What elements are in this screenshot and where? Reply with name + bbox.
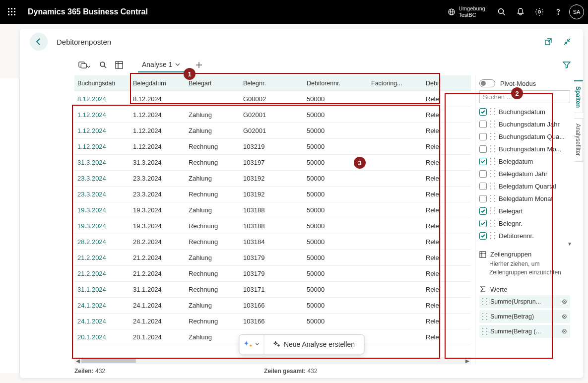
drag-handle-icon[interactable]: [482, 298, 487, 305]
col-header[interactable]: Buchungsdatı: [74, 80, 130, 87]
pivot-mode-toggle[interactable]: [479, 79, 495, 87]
table-cell[interactable]: 1.12.2024: [74, 111, 130, 119]
scrollbar-thumb[interactable]: [81, 358, 136, 363]
table-cell[interactable]: 1.12.2024: [74, 127, 130, 134]
checkbox[interactable]: [479, 158, 487, 165]
analysis-tab[interactable]: Analyse 1: [138, 58, 184, 72]
filter-icon[interactable]: [562, 59, 574, 71]
table-cell[interactable]: 28.2.2024: [74, 238, 130, 246]
table-cell[interactable]: 19.3.2024: [74, 206, 130, 214]
table-row[interactable]: 24.1.202424.1.2024Rechnung10316650000Rel…: [74, 314, 471, 329]
drag-handle-icon[interactable]: [490, 133, 495, 140]
checkbox[interactable]: [479, 207, 487, 215]
col-header[interactable]: Belegart: [186, 80, 240, 87]
column-field-toggle[interactable]: Debitorennr.: [479, 230, 570, 241]
drag-handle-icon[interactable]: [490, 220, 495, 227]
table-row[interactable]: 31.1.202431.1.2024Rechnung10317150000Rel…: [74, 282, 471, 298]
value-chip[interactable]: Summe(Betrag (...⊗: [479, 325, 570, 338]
drag-handle-icon[interactable]: [490, 232, 495, 239]
table-row[interactable]: 31.3.202431.3.2024Rechnung10319750000Rel…: [74, 155, 471, 171]
table-row[interactable]: 23.3.202423.3.2024Rechnung10319250000Rel…: [74, 187, 471, 202]
table-cell[interactable]: 31.1.2024: [74, 286, 130, 293]
column-field-toggle[interactable]: Buchungsdatum Jahr: [479, 119, 570, 129]
table-cell[interactable]: 21.2.2024: [74, 270, 130, 277]
col-header[interactable]: Belegdatum: [130, 80, 186, 87]
remove-chip-button[interactable]: ⊗: [562, 327, 567, 335]
table-cell[interactable]: 23.3.2024: [74, 175, 130, 182]
back-button[interactable]: [30, 33, 48, 51]
table-row[interactable]: 1.12.20241.12.2024ZahlungG0200150000Rele: [74, 107, 471, 123]
remove-chip-button[interactable]: ⊗: [562, 298, 567, 305]
drag-handle-icon[interactable]: [490, 207, 495, 214]
checkbox[interactable]: [479, 145, 487, 153]
horizontal-scrollbar[interactable]: ◄ ►: [74, 357, 471, 364]
grid-body[interactable]: 8.12.20248.12.2024G0000250000Rele1.12.20…: [74, 91, 471, 357]
scroll-down-indicator[interactable]: ▼: [475, 241, 574, 247]
open-external-icon[interactable]: [542, 36, 554, 48]
scroll-right-arrow[interactable]: ►: [464, 358, 471, 364]
table-row[interactable]: 21.2.202421.2.2024Rechnung10317950000Rel…: [74, 266, 471, 282]
column-field-toggle[interactable]: Buchungsdatum Mo...: [479, 143, 570, 154]
drag-handle-icon[interactable]: [490, 195, 495, 202]
environment-indicator[interactable]: Umgebung: TestBC: [448, 5, 491, 18]
checkbox[interactable]: [479, 195, 487, 202]
table-cell[interactable]: 24.1.2024: [74, 302, 130, 309]
drag-handle-icon[interactable]: [490, 170, 495, 177]
table-cell[interactable]: 24.1.2024: [74, 318, 130, 325]
drag-handle-icon[interactable]: [482, 328, 487, 335]
table-cell[interactable]: 20.1.2024: [74, 333, 130, 341]
side-tab-columns[interactable]: Spalten: [574, 80, 583, 113]
checkbox[interactable]: [479, 108, 487, 116]
column-field-toggle[interactable]: Belegdatum: [479, 156, 570, 167]
column-search-input[interactable]: Suchen ...: [479, 90, 570, 103]
collapse-icon[interactable]: [561, 36, 573, 48]
checkbox[interactable]: [479, 170, 487, 178]
table-row[interactable]: 1.12.20241.12.2024ZahlungG0200150000Rele: [74, 123, 471, 139]
column-field-toggle[interactable]: Belegdatum Jahr: [479, 168, 570, 179]
drag-handle-icon[interactable]: [490, 108, 495, 115]
search-tb-icon[interactable]: [97, 59, 109, 71]
table-cell[interactable]: 23.3.2024: [74, 191, 130, 198]
table-cell[interactable]: 1.12.2024: [74, 143, 130, 150]
notifications-icon[interactable]: [513, 4, 528, 20]
user-avatar[interactable]: SA: [569, 4, 584, 19]
scroll-left-arrow[interactable]: ◄: [74, 358, 81, 364]
col-header[interactable]: Debit: [423, 80, 445, 87]
table-cell[interactable]: 8.12.2024: [74, 95, 130, 103]
add-analysis-button[interactable]: [193, 59, 205, 71]
value-chip[interactable]: Summe(Ursprun...⊗: [479, 295, 570, 308]
col-header[interactable]: Factoring...: [368, 80, 423, 87]
table-row[interactable]: 23.3.202423.3.2024Zahlung10319250000Rele: [74, 171, 471, 187]
table-cell[interactable]: 21.2.2024: [74, 254, 130, 261]
data-view-icon[interactable]: [78, 59, 90, 71]
app-launcher-button[interactable]: [4, 4, 20, 20]
drag-handle-icon[interactable]: [490, 183, 495, 190]
side-tab-filters[interactable]: Analysefilter: [574, 118, 583, 161]
search-icon[interactable]: [494, 4, 510, 20]
table-cell[interactable]: 19.3.2024: [74, 222, 130, 230]
column-field-toggle[interactable]: Buchungsdatum Qua...: [479, 131, 570, 142]
checkbox[interactable]: [479, 220, 487, 227]
table-row[interactable]: 28.2.202428.2.2024Rechnung10318450000Rel…: [74, 234, 471, 250]
column-field-toggle[interactable]: Belegart: [479, 205, 570, 216]
column-field-toggle[interactable]: Belegnr.: [479, 218, 570, 229]
drag-handle-icon[interactable]: [482, 313, 487, 320]
copilot-bar[interactable]: Neue Analyse erstellen: [239, 334, 364, 354]
column-field-toggle[interactable]: Belegdatum Monat: [479, 193, 570, 204]
value-chip[interactable]: Summe(Betrag)⊗: [479, 310, 570, 323]
drag-handle-icon[interactable]: [490, 121, 495, 128]
table-row[interactable]: 8.12.20248.12.2024G0000250000Rele: [74, 91, 471, 107]
column-tb-icon[interactable]: [113, 59, 125, 71]
drag-handle-icon[interactable]: [490, 158, 495, 165]
checkbox[interactable]: [479, 121, 487, 128]
table-row[interactable]: 19.3.202419.3.2024Zahlung10318850000Rele: [74, 202, 471, 218]
column-field-toggle[interactable]: Belegdatum Quartal: [479, 181, 570, 192]
table-row[interactable]: 21.2.202421.2.2024Zahlung10317950000Rele: [74, 250, 471, 266]
table-row[interactable]: 19.3.202419.3.2024Rechnung10318850000Rel…: [74, 218, 471, 234]
checkbox[interactable]: [479, 232, 487, 240]
settings-icon[interactable]: [531, 4, 547, 20]
col-header[interactable]: Debitorennr.: [304, 80, 368, 87]
table-row[interactable]: 1.12.20241.12.2024Rechnung10321950000Rel…: [74, 139, 471, 155]
table-cell[interactable]: 31.3.2024: [74, 159, 130, 166]
remove-chip-button[interactable]: ⊗: [562, 313, 567, 320]
